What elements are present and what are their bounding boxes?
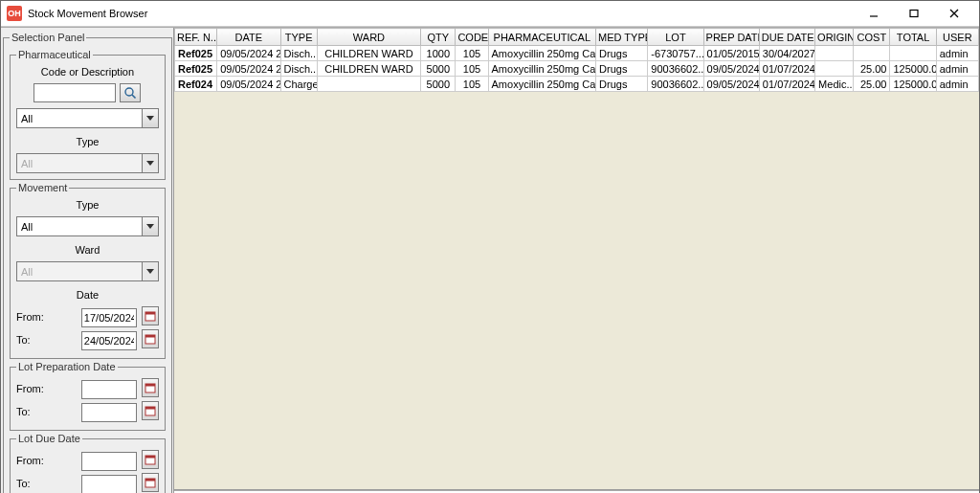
calendar-icon bbox=[145, 405, 156, 416]
date-from-picker[interactable] bbox=[142, 306, 159, 325]
cell-ward: CHILDREN WARD bbox=[317, 46, 421, 61]
cell-pharm: Amoxycillin 250mg Caps bbox=[488, 61, 596, 77]
calendar-icon bbox=[145, 310, 156, 322]
cell-pharm: Amoxycillin 250mg Caps bbox=[488, 46, 596, 61]
movement-ward-combo-button[interactable] bbox=[142, 261, 159, 281]
lot-due-from-input[interactable] bbox=[81, 452, 137, 471]
titlebar: OH Stock Movement Browser bbox=[1, 1, 979, 27]
column-header[interactable]: CODE bbox=[456, 29, 488, 46]
lot-prep-from-input[interactable] bbox=[81, 380, 137, 399]
movement-date-label: Date bbox=[16, 289, 159, 301]
table-scroll[interactable]: REF. N..DATETYPEWARDQTYCODEPHARMACEUTICA… bbox=[174, 28, 979, 490]
lot-due-fieldset: Lot Due Date From: To: bbox=[10, 433, 166, 493]
pharma-type-combo[interactable]: All bbox=[16, 153, 159, 173]
content-area: Selection Panel Pharmaceutical Code or D… bbox=[1, 27, 979, 493]
minimize-button[interactable] bbox=[855, 1, 893, 26]
lot-prep-from-picker[interactable] bbox=[142, 378, 159, 397]
column-header[interactable]: COST bbox=[854, 29, 890, 46]
cell-type: Charge bbox=[280, 77, 317, 92]
movement-ward-combo-text: All bbox=[16, 261, 142, 281]
cell-qty: 5000 bbox=[421, 77, 456, 92]
date-to-picker[interactable] bbox=[142, 329, 159, 348]
table-row[interactable]: Ref02509/05/2024 2...Disch...CHILDREN WA… bbox=[175, 61, 979, 77]
cell-ref: Ref025 bbox=[175, 46, 217, 61]
movement-fieldset: Movement Type All Ward All Date From: bbox=[10, 182, 166, 359]
cell-total bbox=[890, 46, 936, 61]
lot-due-to-input[interactable] bbox=[81, 475, 137, 493]
cell-total: 125000.0 bbox=[890, 77, 936, 92]
pharma-combo-text: All bbox=[16, 108, 142, 128]
movement-type-label: Type bbox=[16, 199, 159, 211]
lot-prep-legend: Lot Preparation Date bbox=[16, 361, 118, 372]
movement-type-combo[interactable]: All bbox=[16, 216, 159, 236]
table-row[interactable]: Ref02409/05/2024 2...Charge5000105Amoxyc… bbox=[175, 77, 979, 92]
svg-rect-7 bbox=[145, 312, 155, 315]
lot-due-to-label: To: bbox=[16, 478, 56, 489]
column-header[interactable]: TYPE bbox=[280, 29, 317, 46]
cell-date: 09/05/2024 2... bbox=[217, 46, 280, 61]
lot-due-from-picker[interactable] bbox=[142, 450, 159, 469]
cell-due: 30/04/2027 bbox=[759, 46, 814, 61]
lot-due-from-label: From: bbox=[16, 455, 56, 466]
lot-prep-to-picker[interactable] bbox=[142, 401, 159, 420]
cell-origin: Medic... bbox=[815, 77, 854, 92]
column-header[interactable]: ORIGIN bbox=[815, 29, 854, 46]
cell-lot: -6730757... bbox=[648, 46, 703, 61]
cell-qty: 5000 bbox=[421, 61, 456, 77]
lot-prep-to-input[interactable] bbox=[81, 403, 137, 422]
chevron-down-icon bbox=[146, 161, 154, 166]
date-from-input[interactable] bbox=[81, 308, 137, 327]
column-header[interactable]: PHARMACEUTICAL bbox=[488, 29, 596, 46]
close-window-button[interactable] bbox=[935, 1, 973, 26]
cell-ward bbox=[317, 77, 421, 92]
chevron-down-icon bbox=[146, 116, 154, 121]
cell-prep: 09/05/2024 bbox=[703, 77, 759, 92]
lot-due-to-picker[interactable] bbox=[142, 473, 159, 492]
column-header[interactable]: USER bbox=[936, 29, 978, 46]
selection-panel-legend: Selection Panel bbox=[10, 32, 86, 43]
pharma-fieldset: Pharmaceutical Code or Description All T… bbox=[10, 49, 166, 180]
column-header[interactable]: DUE DATE bbox=[759, 29, 814, 46]
cell-code: 105 bbox=[456, 77, 488, 92]
pharma-type-combo-text: All bbox=[16, 153, 142, 173]
pharma-combo-button[interactable] bbox=[142, 108, 159, 128]
cell-code: 105 bbox=[456, 46, 488, 61]
column-header[interactable]: REF. N.. bbox=[175, 29, 217, 46]
pharma-search-input[interactable] bbox=[33, 83, 116, 102]
cell-user: admin bbox=[936, 77, 978, 92]
search-button[interactable] bbox=[120, 83, 141, 102]
cell-qty: 1000 bbox=[421, 46, 456, 61]
cell-type: Disch... bbox=[280, 61, 317, 77]
cell-cost: 25.00 bbox=[854, 61, 890, 77]
maximize-button[interactable] bbox=[895, 1, 933, 26]
table-row[interactable]: Ref02509/05/2024 2...Disch...CHILDREN WA… bbox=[175, 46, 979, 61]
column-header[interactable]: LOT bbox=[648, 29, 703, 46]
movement-ward-combo[interactable]: All bbox=[16, 261, 159, 281]
column-header[interactable]: PREP DATE bbox=[703, 29, 759, 46]
svg-line-5 bbox=[132, 95, 136, 99]
column-header[interactable]: TOTAL bbox=[890, 29, 936, 46]
movement-type-combo-text: All bbox=[16, 216, 142, 236]
svg-rect-13 bbox=[145, 407, 155, 410]
column-header[interactable]: MED TYPE bbox=[596, 29, 648, 46]
code-or-desc-label: Code or Description bbox=[16, 66, 159, 78]
search-icon bbox=[123, 86, 137, 100]
column-header[interactable]: WARD bbox=[317, 29, 421, 46]
lot-prep-to-label: To: bbox=[16, 406, 56, 417]
cell-ref: Ref024 bbox=[175, 77, 217, 92]
cell-user: admin bbox=[936, 61, 978, 77]
column-header[interactable]: DATE bbox=[217, 29, 280, 46]
pharma-combo[interactable]: All bbox=[16, 108, 159, 128]
cell-due: 01/07/2024 bbox=[759, 77, 814, 92]
cell-medtype: Drugs bbox=[596, 46, 648, 61]
pharma-type-combo-button[interactable] bbox=[142, 153, 159, 173]
cell-date: 09/05/2024 2... bbox=[217, 77, 280, 92]
cell-code: 105 bbox=[456, 61, 488, 77]
lot-prep-from-label: From: bbox=[16, 383, 56, 394]
date-to-input[interactable] bbox=[81, 331, 137, 350]
movement-type-combo-button[interactable] bbox=[142, 216, 159, 236]
cell-due: 01/07/2024 bbox=[759, 61, 814, 77]
cell-ward: CHILDREN WARD bbox=[317, 61, 421, 77]
column-header[interactable]: QTY bbox=[421, 29, 456, 46]
pharma-legend: Pharmaceutical bbox=[16, 49, 93, 60]
